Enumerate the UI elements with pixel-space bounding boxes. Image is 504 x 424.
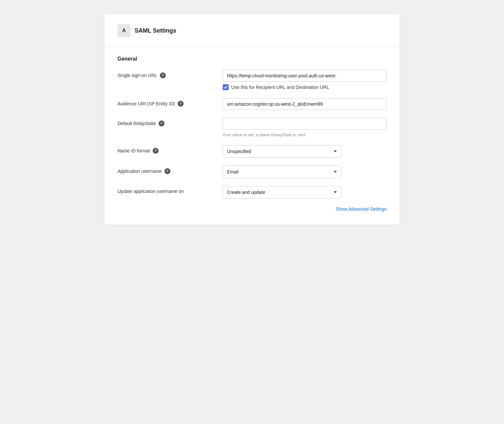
name-id-format-select[interactable]: Unspecified EmailAddress Persistent Tran… <box>223 145 341 158</box>
sso-url-input[interactable] <box>223 70 387 82</box>
checkmark-icon <box>224 85 228 89</box>
app-username-label: Application username ? <box>117 166 223 174</box>
sso-url-help-icon[interactable]: ? <box>160 72 166 78</box>
show-advanced-settings-link[interactable]: Show Advanced Settings <box>336 206 387 212</box>
app-username-row: Application username ? Email Username Cu… <box>117 166 387 178</box>
name-id-format-controls: Unspecified EmailAddress Persistent Tran… <box>223 145 387 158</box>
update-username-row: Update application username on Create an… <box>117 186 387 199</box>
sso-url-label: Single sign-on URL ? <box>117 70 223 78</box>
update-username-select[interactable]: Create and update Create only <box>223 186 341 199</box>
audience-uri-label: Audience URI (SP Entity ID) ? <box>117 98 223 107</box>
sso-url-row: Single sign-on URL ? Use this for Recipi… <box>117 70 387 90</box>
app-username-controls: Email Username Custom <box>223 166 387 178</box>
audience-uri-help-icon[interactable]: ? <box>178 101 184 107</box>
show-advanced-settings-container: Show Advanced Settings <box>117 206 387 212</box>
avatar: A <box>117 24 131 37</box>
recipient-url-checkbox-row: Use this for Recipient URL and Destinati… <box>223 84 387 90</box>
recipient-url-checkbox[interactable] <box>223 84 229 90</box>
general-section: General Single sign-on URL ? Use this fo… <box>117 56 387 199</box>
header-divider <box>104 46 400 47</box>
audience-uri-row: Audience URI (SP Entity ID) ? <box>117 98 387 110</box>
relay-state-label: Default RelayState ? <box>117 118 223 126</box>
sso-url-controls: Use this for Recipient URL and Destinati… <box>223 70 387 90</box>
audience-uri-input[interactable] <box>223 98 387 110</box>
relay-state-input[interactable] <box>223 118 387 130</box>
relay-state-row: Default RelayState ? If no value is set,… <box>117 118 387 137</box>
recipient-url-checkbox-label: Use this for Recipient URL and Destinati… <box>231 85 329 90</box>
saml-settings-card: A SAML Settings General Single sign-on U… <box>104 13 400 225</box>
relay-state-help-icon[interactable]: ? <box>159 120 164 126</box>
section-title: General <box>117 56 387 62</box>
card-header: A SAML Settings <box>117 24 387 37</box>
update-username-label: Update application username on <box>117 186 223 194</box>
name-id-format-help-icon[interactable]: ? <box>153 148 159 154</box>
relay-state-controls: If no value is set, a blank RelayState i… <box>223 118 387 137</box>
update-username-controls: Create and update Create only <box>223 186 387 199</box>
name-id-format-label: Name ID format ? <box>117 145 223 154</box>
name-id-format-row: Name ID format ? Unspecified EmailAddres… <box>117 145 387 158</box>
card-title: SAML Settings <box>135 27 176 34</box>
audience-uri-controls <box>223 98 387 110</box>
app-username-help-icon[interactable]: ? <box>164 168 170 174</box>
relay-state-hint: If no value is set, a blank RelayState i… <box>223 132 387 137</box>
app-username-select[interactable]: Email Username Custom <box>223 166 341 178</box>
